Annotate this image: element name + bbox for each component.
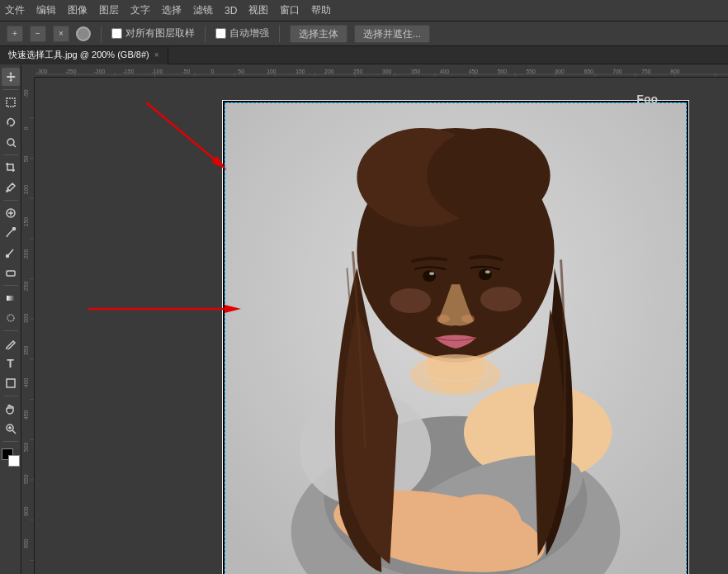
menu-item-filter[interactable]: 滤镜 (193, 3, 213, 17)
svg-text:200: 200 (324, 69, 333, 74)
svg-point-1 (7, 139, 14, 145)
tool-sep6 (3, 396, 18, 396)
tool-eraser[interactable] (2, 263, 20, 282)
menu-item-help[interactable]: 帮助 (311, 3, 331, 17)
svg-rect-0 (7, 98, 15, 107)
svg-text:-200: -200 (94, 69, 106, 74)
svg-text:-100: -100 (152, 69, 163, 74)
svg-text:600: 600 (23, 506, 29, 516)
svg-text:0: 0 (210, 69, 214, 74)
svg-text:750: 750 (641, 69, 650, 74)
canvas-viewport[interactable]: Foo (35, 78, 728, 574)
menu-item-window[interactable]: 窗口 (280, 3, 300, 17)
tool-healing[interactable] (2, 204, 20, 222)
options-sep2 (205, 26, 206, 42)
svg-text:600: 600 (555, 69, 564, 74)
tool-sep3 (3, 200, 18, 201)
menu-item-type[interactable]: 文字 (130, 3, 150, 17)
menu-item-edit[interactable]: 编辑 (36, 3, 56, 17)
tool-marquee[interactable] (2, 93, 20, 111)
menu-item-layer[interactable]: 图层 (99, 3, 119, 17)
options-bar: + − × 对所有图层取样 自动增强 选择主体 选择并遮住... (0, 21, 728, 46)
svg-point-104 (429, 272, 434, 275)
tool-move[interactable] (2, 68, 20, 86)
svg-text:-50: -50 (182, 69, 190, 74)
svg-rect-9 (7, 296, 15, 301)
svg-rect-8 (7, 271, 15, 276)
checkbox-enhance-input[interactable] (215, 28, 226, 39)
image-canvas[interactable] (225, 102, 687, 574)
left-toolbar: T (0, 64, 21, 574)
checkbox-all-layers[interactable]: 对所有图层取样 (111, 26, 195, 40)
svg-point-107 (461, 315, 475, 323)
svg-point-105 (485, 270, 490, 273)
menu-item-view[interactable]: 视图 (248, 3, 268, 17)
tool-intersect-btn[interactable]: × (53, 26, 69, 42)
background-color[interactable] (8, 455, 20, 467)
color-boxes[interactable] (2, 448, 20, 467)
tab-close-button[interactable]: × (154, 50, 159, 59)
svg-rect-11 (7, 379, 15, 387)
tool-lasso[interactable] (2, 113, 20, 131)
svg-text:550: 550 (23, 474, 29, 484)
svg-text:-150: -150 (123, 69, 135, 74)
svg-text:200: 200 (23, 249, 29, 259)
menu-item-file[interactable]: 文件 (5, 3, 25, 17)
svg-text:500: 500 (23, 442, 29, 452)
menu-item-3d[interactable]: 3D (225, 5, 237, 17)
tool-eyedropper[interactable] (2, 178, 20, 197)
svg-text:400: 400 (23, 378, 29, 388)
svg-text:450: 450 (23, 410, 29, 420)
main-layout: T (0, 64, 728, 574)
tool-sep1 (3, 89, 18, 90)
svg-text:650: 650 (584, 69, 593, 74)
tool-sep4 (3, 285, 18, 286)
svg-point-102 (423, 270, 436, 282)
tool-sep7 (3, 441, 18, 442)
menu-item-select[interactable]: 选择 (162, 3, 182, 17)
svg-point-109 (390, 288, 431, 313)
active-tab[interactable]: 快速选择工具.jpg @ 200% (GB/8#) × (0, 46, 168, 64)
svg-text:300: 300 (23, 314, 29, 324)
tool-zoom[interactable] (2, 420, 20, 438)
tool-quick-select[interactable] (2, 133, 20, 151)
svg-text:150: 150 (295, 69, 305, 74)
svg-text:-300: -300 (36, 69, 48, 74)
tool-shape[interactable] (2, 374, 20, 392)
tool-pen[interactable] (2, 334, 20, 353)
checkbox-all-layers-input[interactable] (111, 28, 122, 39)
svg-text:650: 650 (23, 538, 29, 548)
ruler-vertical: -50 0 50 100 150 200 250 300 350 400 450… (21, 78, 35, 574)
svg-text:300: 300 (382, 69, 391, 74)
tool-new-btn[interactable]: + (7, 26, 23, 42)
select-and-mask-button[interactable]: 选择并遮住... (354, 25, 430, 43)
options-sep3 (279, 26, 280, 42)
svg-point-6 (12, 228, 15, 230)
photo-subject (225, 103, 686, 574)
brush-size-circle[interactable] (76, 26, 91, 41)
tool-text[interactable]: T (2, 354, 20, 372)
svg-text:50: 50 (238, 69, 244, 74)
svg-point-106 (437, 315, 450, 323)
tool-blur[interactable] (2, 309, 20, 327)
svg-text:-50: -50 (23, 89, 29, 97)
svg-text:500: 500 (498, 69, 507, 74)
svg-text:250: 250 (23, 282, 29, 292)
menu-item-image[interactable]: 图像 (68, 3, 87, 17)
foo-label: Foo (636, 93, 658, 106)
tool-clone[interactable] (2, 244, 20, 262)
svg-text:700: 700 (612, 69, 622, 74)
checkbox-enhance[interactable]: 自动增强 (215, 26, 269, 40)
svg-text:350: 350 (23, 346, 29, 356)
tool-crop[interactable] (2, 159, 20, 177)
select-subject-button[interactable]: 选择主体 (290, 25, 347, 43)
tool-gradient[interactable] (2, 289, 20, 307)
tool-brush[interactable] (2, 224, 20, 242)
checkbox-all-layers-label: 对所有图层取样 (125, 26, 195, 40)
tool-subtract-btn[interactable]: − (30, 26, 46, 42)
tool-hand[interactable] (2, 400, 20, 418)
svg-point-99 (427, 128, 550, 224)
checkbox-enhance-label: 自动增强 (229, 26, 269, 40)
svg-point-103 (479, 268, 492, 280)
svg-line-2 (13, 145, 16, 147)
